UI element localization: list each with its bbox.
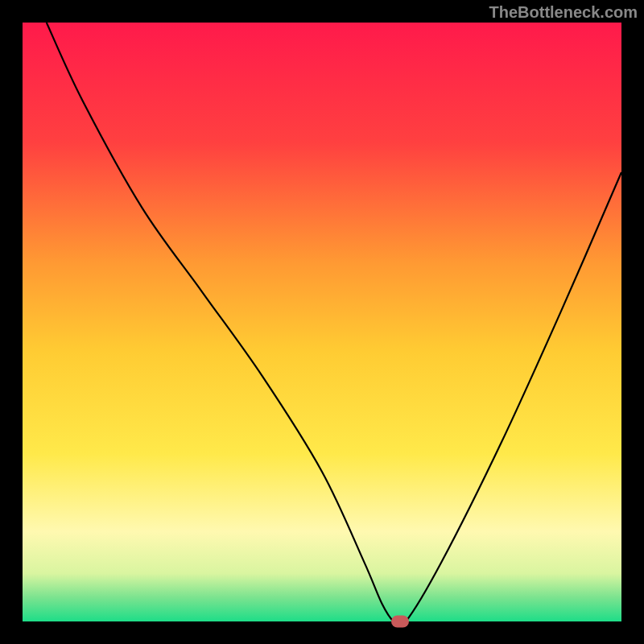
chart-plot-area [23,23,621,621]
watermark-text: TheBottleneck.com [489,3,638,22]
bottleneck-curve-line [23,23,621,621]
optimal-point-marker [391,616,409,628]
